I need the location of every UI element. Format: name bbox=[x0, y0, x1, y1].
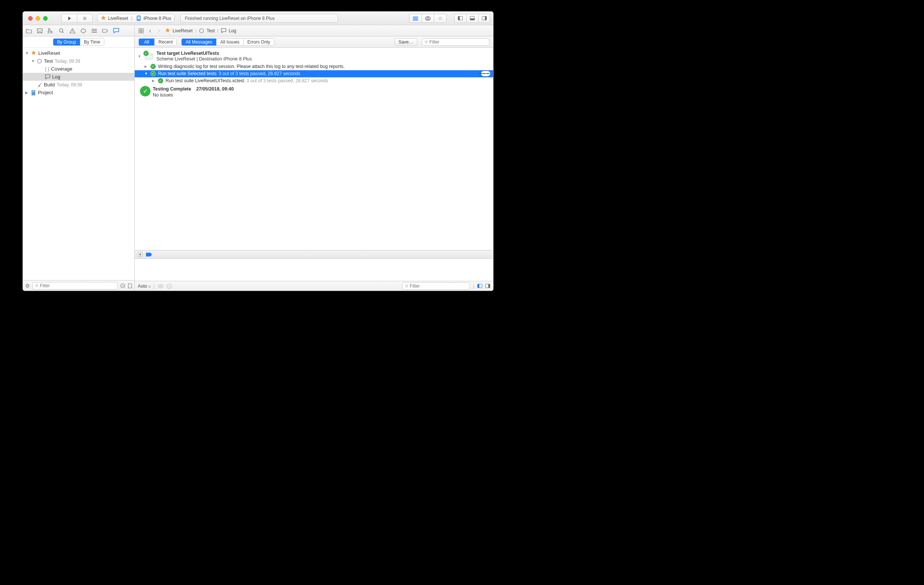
tree-label: Project bbox=[38, 90, 53, 95]
path-segment-2[interactable]: Log bbox=[229, 28, 236, 33]
scheme-selector[interactable]: LiveReset ⟩ iPhone 8 Plus bbox=[97, 14, 175, 23]
tree-row-test[interactable]: Test Today, 09:39 bbox=[23, 57, 134, 65]
breakpoint-navigator-icon[interactable] bbox=[102, 27, 109, 34]
find-navigator-icon[interactable] bbox=[58, 27, 65, 34]
tree-row-build[interactable]: Build Today, 09:39 bbox=[23, 81, 134, 89]
log-header-title: Test target LiveResetUITests bbox=[157, 51, 252, 56]
log-message-filter-segment: All Messages All Issues Errors Only bbox=[181, 38, 274, 46]
source-control-navigator-icon[interactable] bbox=[36, 27, 43, 34]
eye-icon[interactable] bbox=[158, 284, 163, 288]
app-target-icon bbox=[31, 50, 36, 56]
toggle-inspector-button[interactable] bbox=[478, 14, 490, 23]
back-button[interactable]: ‹ bbox=[147, 27, 153, 34]
console-filter-field[interactable]: ⊝ bbox=[402, 283, 470, 290]
log-header-sub: Scheme LiveReset | Destination iPhone 8 … bbox=[157, 56, 252, 62]
filter-all-issues[interactable]: All Issues bbox=[216, 39, 243, 45]
test-navigator-icon[interactable] bbox=[80, 27, 87, 34]
minimize-window-button[interactable] bbox=[36, 16, 40, 21]
by-time-button[interactable]: By Time bbox=[80, 39, 104, 45]
disclosure-icon[interactable] bbox=[145, 64, 148, 68]
breakpoint-flag-icon[interactable] bbox=[145, 252, 152, 257]
log-filter-input[interactable] bbox=[429, 40, 487, 45]
gear-icon[interactable]: ⚙︎ bbox=[25, 283, 30, 289]
stop-button[interactable] bbox=[77, 14, 93, 23]
path-segment-0[interactable]: LiveReset bbox=[173, 28, 193, 33]
log-diag-row[interactable]: ✓ Writing diagnostic log for test sessio… bbox=[135, 63, 493, 70]
disclosure-icon[interactable] bbox=[152, 79, 156, 83]
scheme-project-label: LiveReset bbox=[108, 16, 128, 21]
related-items-icon[interactable] bbox=[138, 27, 145, 34]
report-navigator-icon[interactable] bbox=[112, 27, 119, 34]
toggle-variables-pane-icon[interactable] bbox=[477, 284, 482, 288]
toggle-console-pane-icon[interactable] bbox=[485, 284, 490, 288]
log-icon bbox=[221, 28, 226, 33]
forward-button[interactable]: › bbox=[156, 27, 163, 34]
log-complete-time: 27/05/2018, 09:40 bbox=[196, 86, 234, 92]
debug-navigator-icon[interactable] bbox=[91, 27, 97, 34]
editor-mode-group bbox=[409, 14, 447, 23]
clock-icon[interactable] bbox=[120, 283, 125, 288]
symbol-navigator-icon[interactable] bbox=[47, 27, 54, 34]
log-scope-recent[interactable]: Recent bbox=[154, 39, 177, 45]
standard-editor-button[interactable] bbox=[409, 14, 421, 23]
expand-transcript-button[interactable] bbox=[481, 71, 490, 76]
disclosure-icon[interactable] bbox=[145, 72, 148, 76]
log-suite-row-selected[interactable]: ✓ Run test suite Selected tests 3 out of… bbox=[135, 70, 493, 78]
disclosure-icon[interactable] bbox=[31, 59, 35, 63]
disclosure-icon[interactable] bbox=[138, 55, 142, 58]
svg-rect-15 bbox=[32, 91, 35, 92]
issue-navigator-icon[interactable] bbox=[69, 27, 76, 34]
navigator-filter-input[interactable] bbox=[40, 283, 115, 288]
console-output[interactable] bbox=[135, 259, 493, 281]
console-dropdown-icon[interactable]: ▾ bbox=[138, 252, 143, 257]
info-icon[interactable] bbox=[167, 284, 172, 289]
log-subsuite-text: Run test suite LiveResetUITests.xctest bbox=[165, 78, 244, 83]
disclosure-icon[interactable] bbox=[25, 91, 29, 95]
console-filter-input[interactable] bbox=[410, 284, 467, 289]
app-target-icon bbox=[165, 28, 170, 33]
navigator-tabs bbox=[23, 25, 135, 36]
path-segment-1[interactable]: Test bbox=[206, 28, 214, 33]
svg-rect-10 bbox=[139, 28, 141, 30]
by-group-button[interactable]: By Group bbox=[53, 39, 80, 45]
save-log-button[interactable]: Save… bbox=[394, 38, 417, 46]
assistant-editor-button[interactable] bbox=[421, 14, 434, 23]
log-filter-field[interactable]: ⊝ bbox=[422, 38, 489, 46]
toggle-debug-area-button[interactable] bbox=[466, 14, 478, 23]
tool-row: ‹ › LiveReset ⟩ Test ⟩ Log bbox=[23, 25, 493, 36]
filter-all-messages[interactable]: All Messages bbox=[182, 39, 216, 45]
auto-mode-button[interactable]: Auto ◇ bbox=[138, 284, 150, 289]
bottom-pane-icon bbox=[470, 16, 475, 20]
navigator-pane: By Group By Time LiveReset Test Today, 0… bbox=[23, 36, 135, 291]
tree-row-coverage[interactable]: { } Coverage bbox=[23, 65, 134, 73]
navigator-filter[interactable]: ⊝ bbox=[32, 282, 118, 289]
zoom-window-button[interactable] bbox=[43, 16, 48, 21]
project-navigator-icon[interactable] bbox=[26, 27, 32, 34]
log-scope-all[interactable]: All bbox=[139, 39, 154, 45]
log-complete-row[interactable]: ✓ Testing Complete 27/05/2018, 09:40 No … bbox=[135, 85, 493, 99]
path-bar: ‹ › LiveReset ⟩ Test ⟩ Log bbox=[135, 27, 239, 34]
run-button[interactable] bbox=[61, 14, 77, 23]
close-window-button[interactable] bbox=[28, 16, 33, 21]
tree-row-project-reports[interactable]: Project bbox=[23, 89, 134, 96]
arrows-icon bbox=[437, 16, 443, 21]
tree-time: Today, 09:39 bbox=[57, 82, 82, 88]
log-subsuite-row[interactable]: ✓ Run test suite LiveResetUITests.xctest… bbox=[135, 78, 493, 84]
tree-label: Test bbox=[44, 58, 53, 64]
check-badge-icon: ✓ bbox=[150, 64, 156, 69]
log-header-row[interactable]: ✓ Test target LiveResetUITests Scheme Li… bbox=[135, 50, 493, 63]
tree-time: Today, 09:39 bbox=[55, 59, 80, 64]
disclosure-icon[interactable] bbox=[25, 51, 29, 55]
tree-row-log[interactable]: Log bbox=[23, 73, 134, 81]
svg-rect-13 bbox=[142, 31, 144, 33]
log-suite-text: Run test suite Selected tests bbox=[158, 71, 216, 76]
toggle-navigator-button[interactable] bbox=[454, 14, 466, 23]
console-bottom-bar: Auto ◇ | ⊝ | bbox=[135, 281, 493, 291]
console-tab-bar: ▾ bbox=[135, 250, 493, 259]
document-icon[interactable] bbox=[128, 283, 132, 288]
filter-errors-only[interactable]: Errors Only bbox=[243, 39, 274, 45]
svg-rect-0 bbox=[83, 17, 86, 20]
titlebar: LiveReset ⟩ iPhone 8 Plus Finished runni… bbox=[23, 12, 493, 25]
tree-row-project[interactable]: LiveReset bbox=[23, 49, 134, 57]
version-editor-button[interactable] bbox=[434, 14, 447, 23]
